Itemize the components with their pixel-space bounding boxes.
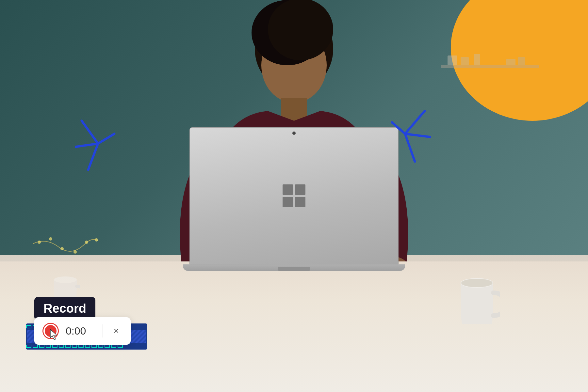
svg-line-32 <box>392 122 405 134</box>
svg-point-23 <box>85 241 88 244</box>
svg-point-20 <box>49 237 52 241</box>
film-hole <box>26 325 31 328</box>
svg-rect-5 <box>518 57 525 65</box>
svg-point-18 <box>54 276 77 283</box>
svg-rect-14 <box>283 197 293 207</box>
film-hole <box>78 345 84 348</box>
svg-point-24 <box>95 238 98 242</box>
record-tooltip-label: Record <box>43 302 86 315</box>
svg-rect-1 <box>448 55 457 65</box>
record-controls-bar: 0:00 × <box>34 317 131 345</box>
film-hole <box>26 345 31 348</box>
svg-line-28 <box>98 134 114 144</box>
film-hole <box>46 345 51 348</box>
film-hole <box>65 345 71 348</box>
svg-line-25 <box>82 121 98 144</box>
svg-line-29 <box>405 111 425 134</box>
film-hole <box>98 345 103 348</box>
svg-point-19 <box>38 241 41 244</box>
svg-rect-2 <box>461 57 469 65</box>
svg-rect-12 <box>283 184 293 195</box>
film-hole <box>72 345 77 348</box>
laptop <box>189 127 399 284</box>
close-button[interactable]: × <box>110 324 123 337</box>
shelf-area <box>441 26 539 93</box>
svg-line-27 <box>88 144 98 170</box>
film-hole <box>111 345 116 348</box>
svg-line-30 <box>405 134 431 137</box>
mug-right <box>454 270 500 330</box>
svg-rect-15 <box>295 197 305 207</box>
svg-rect-3 <box>474 54 480 65</box>
svg-line-31 <box>405 134 415 162</box>
fairy-lights <box>33 227 98 278</box>
laptop-camera <box>292 132 296 135</box>
svg-point-22 <box>74 250 77 254</box>
record-time-display: 0:00 <box>66 325 96 337</box>
close-icon: × <box>114 326 119 336</box>
svg-point-17 <box>461 279 493 287</box>
laptop-base <box>183 264 405 271</box>
film-hole <box>39 345 44 348</box>
laptop-body <box>189 127 399 264</box>
film-hole <box>85 345 90 348</box>
film-hole <box>33 345 38 348</box>
controls-divider <box>103 324 103 337</box>
mouse-cursor <box>50 329 59 340</box>
film-hole <box>91 345 97 348</box>
record-tooltip: Record <box>34 297 95 320</box>
svg-point-21 <box>60 247 64 250</box>
film-hole <box>52 345 57 348</box>
svg-rect-0 <box>441 65 539 68</box>
svg-rect-4 <box>506 59 515 65</box>
sparkle-right <box>389 98 428 163</box>
laptop-hinge <box>278 267 310 271</box>
svg-line-26 <box>75 144 98 147</box>
film-hole <box>59 345 64 348</box>
svg-rect-13 <box>295 184 305 195</box>
sparkle-left <box>75 108 114 173</box>
film-hole <box>105 345 110 348</box>
film-hole <box>118 345 123 348</box>
